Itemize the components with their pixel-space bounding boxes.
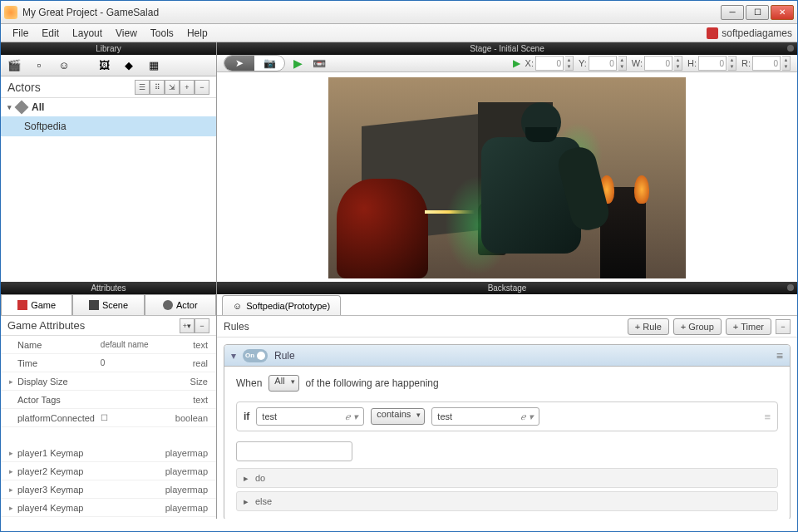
collapse-caret-icon[interactable]: ▾ (231, 350, 236, 362)
menu-tools[interactable]: Tools (144, 26, 180, 41)
tab-scene[interactable]: Scene (72, 294, 144, 315)
preview-device-button[interactable]: 📼 (311, 56, 328, 71)
remove-attribute-button[interactable]: − (195, 318, 209, 333)
x-spinner[interactable]: ▲▼ (565, 56, 574, 71)
actor-item-softpedia[interactable]: Softpedia (1, 116, 216, 136)
user-name[interactable]: softpediagames (722, 27, 792, 39)
attributes-tabs: Game Scene Actor (1, 294, 216, 316)
attribute-row[interactable]: ▸player4 Keymapplayermap (1, 499, 216, 517)
play-indicator-icon: ▶ (513, 57, 520, 69)
attribute-row[interactable]: Time0real (1, 354, 216, 372)
camera-mode-button[interactable]: 📷 (254, 56, 284, 71)
coord-h: H:▲▼ (687, 56, 736, 71)
condition-field-1[interactable]: testℯ ▾ (256, 407, 364, 426)
x-input[interactable] (535, 56, 564, 71)
remove-actor-button[interactable]: − (195, 80, 209, 95)
list-view-button[interactable]: ☰ (135, 80, 150, 95)
attr-name: player1 Keymap (17, 448, 101, 458)
empty-slot[interactable] (236, 441, 352, 461)
rules-header-row: Rules + Rule + Group + Timer − (217, 316, 797, 337)
actors-header: Actors ☰ ⠿ ⇲ + − (1, 76, 216, 98)
attr-type: real (158, 358, 208, 368)
attr-type: playermap (158, 466, 208, 476)
attr-value[interactable]: 0 (101, 358, 158, 367)
attr-type: text (158, 340, 208, 350)
tables-tab-icon[interactable]: ▦ (145, 58, 162, 73)
panel-menu-icon[interactable] (787, 45, 794, 52)
scene-preview[interactable] (328, 77, 686, 278)
attribute-row[interactable]: platformConnected☐boolean (1, 409, 216, 427)
when-label: When (236, 377, 262, 389)
menu-view[interactable]: View (109, 26, 144, 41)
pointer-camera-toggle[interactable]: ➤ 📷 (224, 55, 285, 71)
rule-on-toggle[interactable]: On (243, 349, 268, 362)
w-spinner[interactable]: ▲▼ (674, 56, 682, 71)
attribute-row[interactable]: Actor Tagstext (1, 391, 216, 409)
panel-menu-icon[interactable] (787, 284, 794, 291)
when-mode-select[interactable]: All (268, 375, 298, 392)
sounds-tab-icon[interactable]: ◆ (121, 58, 137, 73)
caret-icon: ▸ (9, 485, 17, 494)
library-header: Library (1, 42, 216, 55)
backstage-tab-softpedia[interactable]: ☺Softpedia(Prototype) (222, 295, 341, 315)
stage-canvas[interactable] (217, 72, 797, 283)
y-input[interactable] (589, 56, 617, 71)
r-spinner[interactable]: ▲▼ (782, 56, 791, 71)
add-group-button[interactable]: + Group (673, 318, 722, 335)
rule-card: ▾ On Rule ≡ When All of the following ar… (224, 344, 791, 519)
condition-row: if testℯ ▾ contains testℯ ▾ ≡ (236, 401, 778, 431)
r-input[interactable] (752, 56, 781, 71)
actors-tree: ▾ All Softpedia (1, 98, 216, 282)
attr-name: player2 Keymap (17, 466, 101, 476)
caret-right-icon: ▸ (244, 496, 249, 507)
menu-file[interactable]: File (6, 26, 35, 41)
h-spinner[interactable]: ▲▼ (728, 56, 736, 71)
menu-layout[interactable]: Layout (66, 26, 109, 41)
add-timer-button[interactable]: + Timer (726, 318, 771, 335)
tab-actor[interactable]: Actor (145, 294, 216, 315)
maximize-button[interactable]: ☐ (746, 5, 769, 20)
pointer-mode-button[interactable]: ➤ (224, 56, 254, 71)
condition-field-2[interactable]: testℯ ▾ (431, 407, 539, 426)
attr-value[interactable]: ☐ (101, 413, 158, 422)
minimize-button[interactable]: ─ (721, 5, 744, 20)
menu-edit[interactable]: Edit (35, 26, 66, 41)
scenes-tab-icon[interactable]: 🎬 (6, 58, 22, 73)
attribute-row[interactable]: ▸player3 Keymapplayermap (1, 480, 216, 499)
tab-game[interactable]: Game (1, 294, 72, 315)
condition-operator-select[interactable]: contains (371, 408, 425, 425)
grid-view-button[interactable]: ⠿ (150, 80, 165, 95)
link-view-button[interactable]: ⇲ (165, 80, 180, 95)
play-button[interactable]: ▶ (293, 57, 303, 70)
attribute-row[interactable]: Namedefault nametext (1, 336, 216, 354)
actors-tab-icon[interactable]: ☺ (56, 58, 72, 73)
condition-menu-icon[interactable]: ≡ (764, 411, 771, 423)
y-spinner[interactable]: ▲▼ (618, 56, 627, 71)
else-block[interactable]: ▸else (236, 491, 778, 511)
rule-header[interactable]: ▾ On Rule ≡ (224, 345, 790, 367)
add-actor-button[interactable]: + (180, 80, 195, 95)
attribute-row[interactable]: ▸player1 Keymapplayermap (1, 444, 216, 462)
backstage-header: Backstage (217, 282, 797, 294)
add-rule-button[interactable]: + Rule (628, 318, 669, 335)
attr-name: platformConnected (17, 413, 101, 423)
attribute-row[interactable]: ▸player2 Keymapplayermap (1, 462, 216, 480)
attr-name: Name (17, 340, 101, 350)
collapse-button[interactable]: − (776, 319, 791, 334)
attribute-row[interactable]: ▸Display SizeSize (1, 372, 216, 391)
attr-name: Actor Tags (17, 395, 101, 405)
layers-tab-icon[interactable]: ▫ (31, 58, 47, 73)
do-block[interactable]: ▸do (236, 468, 778, 488)
w-input[interactable] (644, 56, 672, 71)
rule-menu-icon[interactable]: ≡ (776, 349, 783, 362)
caret-icon: ▸ (9, 467, 17, 475)
window-title: My Great Project - GameSalad (22, 7, 721, 18)
images-tab-icon[interactable]: 🖼 (96, 58, 112, 73)
add-attribute-button[interactable]: +▾ (180, 318, 195, 333)
menu-help[interactable]: Help (180, 26, 214, 41)
tree-root[interactable]: ▾ All (1, 98, 216, 116)
h-input[interactable] (698, 56, 727, 71)
caret-right-icon: ▸ (244, 473, 249, 484)
close-button[interactable]: ✕ (771, 5, 794, 20)
attr-value[interactable]: default name (101, 340, 158, 349)
